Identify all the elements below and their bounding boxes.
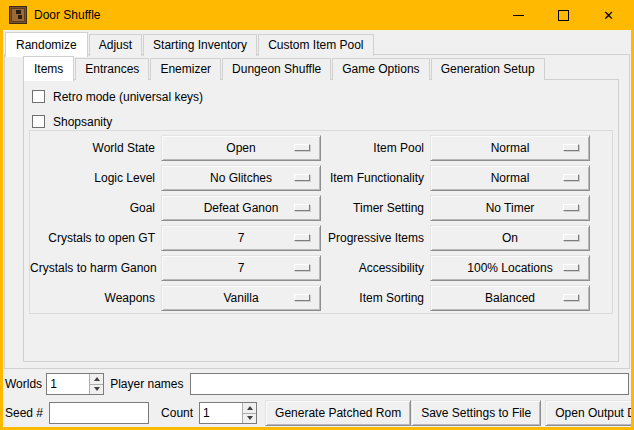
- crystals-ganon-field: Crystals to harm Ganon 7: [30, 255, 321, 281]
- progressive-items-dropdown[interactable]: On: [430, 225, 590, 251]
- weapons-field: Weapons Vanilla: [30, 285, 321, 311]
- maximize-button[interactable]: [541, 0, 586, 30]
- dropdown-indicator-icon: [563, 294, 579, 301]
- tab-starting-inventory[interactable]: Starting Inventory: [143, 34, 257, 56]
- worlds-input[interactable]: [47, 374, 89, 394]
- tab-custom-item-pool[interactable]: Custom Item Pool: [258, 34, 373, 56]
- item-pool-dropdown[interactable]: Normal: [430, 135, 590, 161]
- item-functionality-dropdown[interactable]: Normal: [430, 165, 590, 191]
- world-state-field: World State Open: [30, 135, 321, 161]
- crystals-ganon-label: Crystals to harm Ganon: [30, 261, 161, 275]
- down-triangle-icon: [247, 416, 253, 420]
- accessibility-dropdown[interactable]: 100% Locations: [430, 255, 590, 281]
- close-button[interactable]: ✕: [586, 0, 631, 30]
- crystals-ganon-dropdown[interactable]: 7: [161, 255, 321, 281]
- weapons-value: Vanilla: [223, 291, 258, 305]
- logic-level-label: Logic Level: [30, 171, 161, 185]
- title-bar: Door Shuffle ✕: [3, 0, 631, 30]
- item-sorting-label: Item Sorting: [321, 291, 430, 305]
- item-sorting-dropdown[interactable]: Balanced: [430, 285, 590, 311]
- worlds-spin-down-button[interactable]: [90, 385, 103, 395]
- tab-adjust[interactable]: Adjust: [89, 34, 142, 56]
- option-row: Weapons Vanilla Item Sorting Balanced: [30, 283, 612, 313]
- count-spin-up-button[interactable]: [243, 403, 256, 414]
- count-spin-arrows: [242, 403, 256, 423]
- tab-dungeon-shuffle[interactable]: Dungeon Shuffle: [222, 58, 331, 80]
- retro-mode-checkbox[interactable]: [32, 90, 45, 103]
- generate-patched-rom-button[interactable]: Generate Patched Rom: [265, 400, 411, 426]
- dropdown-indicator-icon: [294, 234, 310, 241]
- options-frame: World State Open Item Pool Normal: [29, 130, 613, 314]
- window-content: Randomize Adjust Starting Inventory Cust…: [3, 30, 631, 427]
- worlds-spinbox: [46, 373, 104, 395]
- accessibility-value: 100% Locations: [467, 261, 552, 275]
- player-names-label: Player names: [110, 377, 183, 391]
- randomize-pane: Items Entrances Enemizer Dungeon Shuffle…: [4, 54, 630, 369]
- save-settings-button[interactable]: Save Settings to File: [411, 400, 541, 426]
- item-sorting-field: Item Sorting Balanced: [321, 285, 612, 311]
- bottom-bar: Worlds Player names Seed #: [5, 372, 629, 425]
- inner-tab-bar: Items Entrances Enemizer Dungeon Shuffle…: [23, 56, 546, 80]
- progressive-items-value: On: [502, 231, 518, 245]
- outer-tab-bar: Randomize Adjust Starting Inventory Cust…: [5, 32, 375, 56]
- seed-label: Seed #: [5, 406, 43, 420]
- item-functionality-value: Normal: [491, 171, 530, 185]
- minimize-icon: [513, 15, 524, 16]
- dropdown-indicator-icon: [563, 234, 579, 241]
- dropdown-indicator-icon: [294, 264, 310, 271]
- option-row: Crystals to harm Ganon 7 Accessibility 1…: [30, 253, 612, 283]
- shopsanity-checkbox[interactable]: [32, 115, 45, 128]
- tab-generation-setup[interactable]: Generation Setup: [431, 58, 545, 80]
- option-row: Crystals to open GT 7 Progressive Items …: [30, 223, 612, 253]
- timer-setting-value: No Timer: [486, 201, 535, 215]
- item-pool-field: Item Pool Normal: [321, 135, 612, 161]
- logic-level-field: Logic Level No Glitches: [30, 165, 321, 191]
- app-door-icon: [9, 6, 27, 24]
- weapons-label: Weapons: [30, 291, 161, 305]
- goal-value: Defeat Ganon: [204, 201, 279, 215]
- item-sorting-value: Balanced: [485, 291, 535, 305]
- logic-level-dropdown[interactable]: No Glitches: [161, 165, 321, 191]
- item-functionality-field: Item Functionality Normal: [321, 165, 612, 191]
- item-pool-value: Normal: [491, 141, 530, 155]
- seed-row: Seed # Count Generate Patched Rom Save S…: [5, 401, 629, 425]
- retro-mode-row: Retro mode (universal keys): [24, 84, 618, 109]
- dropdown-indicator-icon: [294, 144, 310, 151]
- worlds-spin-up-button[interactable]: [90, 374, 103, 385]
- world-state-dropdown[interactable]: Open: [161, 135, 321, 161]
- world-state-label: World State: [30, 141, 161, 155]
- count-input[interactable]: [200, 403, 242, 423]
- seed-input[interactable]: [49, 402, 149, 424]
- tab-entrances[interactable]: Entrances: [75, 58, 149, 80]
- timer-setting-dropdown[interactable]: No Timer: [430, 195, 590, 221]
- dropdown-indicator-icon: [563, 264, 579, 271]
- accessibility-field: Accessibility 100% Locations: [321, 255, 612, 281]
- goal-dropdown[interactable]: Defeat Ganon: [161, 195, 321, 221]
- crystals-gt-field: Crystals to open GT 7: [30, 225, 321, 251]
- count-spin-down-button[interactable]: [243, 414, 256, 424]
- tab-game-options[interactable]: Game Options: [332, 58, 429, 80]
- count-spinbox: [199, 402, 257, 424]
- dropdown-indicator-icon: [294, 174, 310, 181]
- open-output-directory-button[interactable]: Open Output Directory: [545, 400, 634, 426]
- minimize-button[interactable]: [496, 0, 541, 30]
- dropdown-indicator-icon: [563, 174, 579, 181]
- count-label: Count: [161, 406, 193, 420]
- up-triangle-icon: [94, 377, 100, 381]
- app-window: Door Shuffle ✕ Randomize Adjust Starting…: [0, 0, 634, 430]
- player-names-input[interactable]: [190, 373, 630, 395]
- up-triangle-icon: [247, 406, 253, 410]
- progressive-items-label: Progressive Items: [321, 231, 430, 245]
- crystals-gt-value: 7: [238, 231, 245, 245]
- weapons-dropdown[interactable]: Vanilla: [161, 285, 321, 311]
- tab-randomize[interactable]: Randomize: [5, 32, 88, 57]
- crystals-ganon-value: 7: [238, 261, 245, 275]
- timer-setting-label: Timer Setting: [321, 201, 430, 215]
- crystals-gt-label: Crystals to open GT: [30, 231, 161, 245]
- dropdown-indicator-icon: [563, 144, 579, 151]
- items-pane: Retro mode (universal keys) Shopsanity W…: [23, 79, 619, 362]
- crystals-gt-dropdown[interactable]: 7: [161, 225, 321, 251]
- option-row: World State Open Item Pool Normal: [30, 133, 612, 163]
- tab-enemizer[interactable]: Enemizer: [150, 58, 221, 80]
- tab-items[interactable]: Items: [23, 56, 74, 81]
